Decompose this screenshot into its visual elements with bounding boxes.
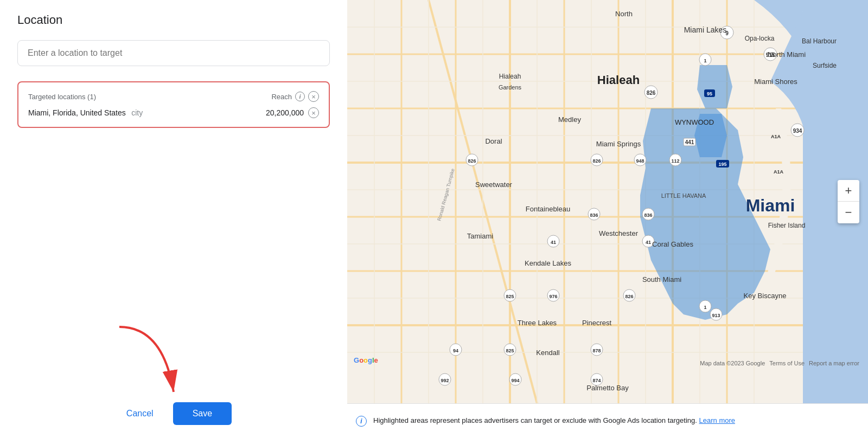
svg-text:Hialeah: Hialeah: [597, 73, 640, 87]
svg-text:826: 826: [625, 294, 633, 299]
map-svg: 826 9 915 934 441 95 195 826: [347, 0, 868, 403]
svg-text:825: 825: [506, 294, 514, 299]
save-button[interactable]: Save: [173, 402, 232, 425]
cancel-button[interactable]: Cancel: [116, 403, 164, 424]
svg-text:WYNWOOD: WYNWOOD: [675, 118, 714, 126]
svg-text:North Miami: North Miami: [768, 50, 806, 59]
svg-text:826: 826: [592, 158, 601, 164]
svg-text:934: 934: [793, 128, 802, 134]
map-attribution: Map data ©2023 Google Terms of Use Repor…: [700, 360, 859, 366]
map-footer: i Highlighted areas represent places adv…: [347, 403, 868, 438]
svg-text:Miami Springs: Miami Springs: [596, 140, 641, 148]
svg-text:Miami Lakes: Miami Lakes: [684, 25, 727, 34]
location-reach-value: 20,200,000: [266, 108, 304, 117]
svg-text:Miami: Miami: [746, 196, 795, 215]
svg-text:1: 1: [704, 305, 706, 310]
annotation-arrow: [87, 321, 195, 408]
map-area[interactable]: 826 9 915 934 441 95 195 826: [347, 0, 868, 403]
svg-text:A1A: A1A: [774, 169, 784, 175]
svg-text:Fontainebleau: Fontainebleau: [526, 205, 570, 213]
svg-text:836: 836: [590, 212, 598, 218]
svg-text:976: 976: [549, 294, 557, 299]
svg-text:Three Lakes: Three Lakes: [518, 319, 557, 327]
location-info: Miami, Florida, United States city: [28, 108, 143, 118]
svg-text:Key Biscayne: Key Biscayne: [744, 292, 787, 300]
left-panel: Location Targeted locations (1) Reach i …: [0, 0, 347, 438]
svg-text:Pinecrest: Pinecrest: [582, 319, 612, 327]
svg-text:A1A: A1A: [771, 134, 781, 139]
targeted-close-icon[interactable]: ×: [308, 91, 319, 102]
targeted-header: Targeted locations (1) Reach i ×: [28, 91, 319, 102]
search-input-container[interactable]: [17, 40, 330, 66]
svg-text:Doral: Doral: [485, 137, 502, 145]
svg-text:825: 825: [506, 348, 514, 353]
svg-text:948: 948: [636, 158, 644, 164]
svg-text:441: 441: [685, 139, 694, 145]
svg-text:95: 95: [707, 91, 712, 96]
svg-text:Palmetto Bay: Palmetto Bay: [586, 384, 629, 392]
location-type: city: [131, 108, 143, 117]
targeted-locations-box: Targeted locations (1) Reach i × Miami, …: [17, 81, 330, 128]
location-row: Miami, Florida, United States city 20,20…: [28, 107, 319, 118]
svg-text:Gardens: Gardens: [499, 84, 522, 91]
main-layout: Location Targeted locations (1) Reach i …: [0, 0, 868, 438]
svg-text:Sweetwater: Sweetwater: [475, 181, 513, 189]
google-logo: Google: [354, 356, 378, 364]
zoom-in-button[interactable]: +: [838, 180, 859, 202]
terms-link[interactable]: Terms of Use: [769, 360, 805, 366]
svg-text:41: 41: [551, 240, 556, 245]
svg-text:195: 195: [718, 162, 726, 167]
svg-text:Miami Shores: Miami Shores: [754, 78, 797, 86]
svg-text:Coral Gables: Coral Gables: [652, 240, 693, 248]
footer-text: Highlighted areas represent places adver…: [373, 416, 735, 426]
panel-title: Location: [17, 13, 330, 27]
svg-text:Hialeah: Hialeah: [499, 73, 521, 80]
svg-text:826: 826: [647, 90, 656, 96]
svg-text:874: 874: [592, 378, 601, 383]
svg-text:Westchester: Westchester: [599, 229, 639, 237]
learn-more-link[interactable]: Learn more: [699, 416, 735, 424]
reach-text: Reach: [271, 93, 292, 101]
svg-text:Kendall: Kendall: [536, 349, 559, 357]
svg-text:Surfside: Surfside: [813, 62, 837, 69]
svg-text:Medley: Medley: [558, 115, 581, 124]
zoom-controls: + −: [838, 180, 859, 223]
reach-container: Reach i ×: [271, 91, 319, 102]
svg-text:South Miami: South Miami: [642, 275, 681, 284]
map-data-text: Map data ©2023 Google: [700, 360, 765, 366]
zoom-out-button[interactable]: −: [838, 202, 859, 223]
targeted-label: Targeted locations (1): [28, 93, 96, 101]
svg-text:1: 1: [704, 58, 706, 63]
svg-text:North: North: [615, 10, 633, 18]
location-name: Miami, Florida, United States: [28, 108, 126, 117]
svg-text:878: 878: [592, 348, 601, 353]
report-link[interactable]: Report a map error: [809, 360, 859, 366]
location-remove-icon[interactable]: ×: [308, 107, 319, 118]
reach-info-icon[interactable]: i: [295, 92, 305, 101]
map-panel: 826 9 915 934 441 95 195 826: [347, 0, 868, 438]
svg-text:913: 913: [712, 313, 720, 318]
svg-text:112: 112: [671, 158, 679, 164]
svg-text:826: 826: [468, 158, 476, 164]
svg-text:41: 41: [646, 240, 651, 245]
svg-text:94: 94: [453, 348, 458, 353]
svg-text:992: 992: [441, 378, 449, 383]
footer-info-icon: i: [356, 416, 367, 427]
svg-text:Kendale Lakes: Kendale Lakes: [525, 259, 572, 267]
svg-text:LITTLE HAVANA: LITTLE HAVANA: [661, 192, 706, 199]
svg-text:836: 836: [644, 212, 652, 218]
svg-text:994: 994: [511, 378, 519, 383]
svg-text:Opa-locka: Opa-locka: [745, 35, 775, 42]
location-search-input[interactable]: [28, 48, 320, 58]
svg-text:Tamiami: Tamiami: [467, 232, 494, 240]
svg-text:Fisher Island: Fisher Island: [768, 222, 806, 229]
location-reach-row: 20,200,000 ×: [266, 107, 319, 118]
svg-text:Bal Harbour: Bal Harbour: [802, 37, 837, 45]
